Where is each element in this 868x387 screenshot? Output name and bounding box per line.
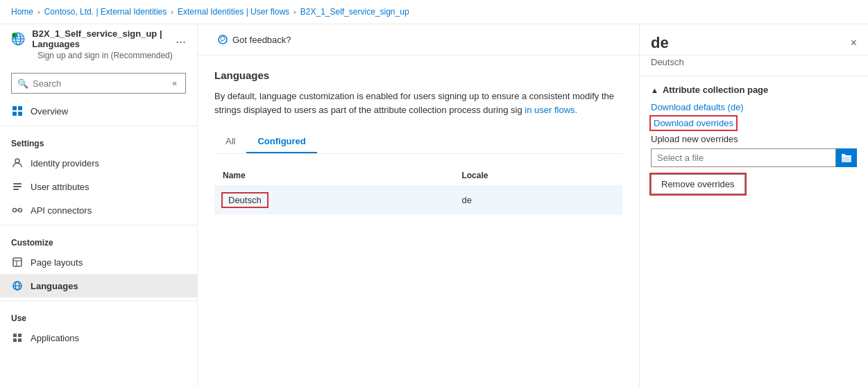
collapse-button[interactable]: « [169, 77, 180, 89]
panel-section-header[interactable]: ▲ Attribute collection page [651, 85, 857, 95]
table-header-row: Name Locale [214, 165, 622, 187]
search-box: 🔍 « [11, 73, 186, 94]
svg-text:🌐: 🌐 [14, 33, 19, 38]
panel-section: ▲ Attribute collection page Download def… [640, 76, 868, 203]
sidebar-item-languages-label: Languages [31, 281, 78, 291]
use-divider [0, 300, 197, 301]
table-row[interactable]: Deutsch de [214, 187, 622, 214]
download-overrides-link[interactable]: Download overrides [651, 117, 736, 130]
user-attributes-icon [11, 180, 24, 193]
panel-lang-name: Deutsch [640, 55, 868, 76]
content-toolbar: Got feedback? [198, 24, 639, 55]
tab-configured[interactable]: Configured [246, 130, 316, 153]
settings-section-label: Settings [0, 129, 197, 151]
feedback-button[interactable]: Got feedback? [212, 31, 297, 48]
sidebar-item-applications-label: Applications [31, 333, 79, 343]
breadcrumb-b2x[interactable]: B2X_1_Self_service_sign_up [300, 7, 409, 17]
section-title: Languages [214, 69, 622, 81]
use-section-label: Use [0, 304, 197, 326]
applications-icon [11, 332, 24, 344]
section-description: By default, language customization is en… [214, 89, 617, 117]
folder-icon [841, 153, 852, 164]
tabs: All Configured [214, 130, 622, 154]
remove-overrides-button[interactable]: Remove overrides [651, 174, 745, 194]
column-locale: Locale [453, 165, 622, 187]
svg-rect-27 [13, 338, 17, 342]
settings-divider [0, 126, 197, 126]
sidebar-item-api-connectors[interactable]: API connectors [0, 198, 197, 222]
languages-table: Name Locale Deutsch de [214, 165, 622, 214]
feedback-label: Got feedback? [232, 35, 291, 45]
search-input[interactable] [33, 78, 165, 89]
page-layouts-icon [11, 256, 24, 268]
breadcrumb-home[interactable]: Home [11, 7, 33, 17]
api-connectors-icon [11, 204, 24, 216]
svg-rect-26 [18, 334, 22, 337]
panel-header: de × [640, 24, 868, 55]
sidebar: 🌐 B2X_1_Self_service_sign_up | Languages… [0, 24, 198, 387]
sidebar-item-user-attributes-label: User attributes [31, 182, 90, 192]
page-title: B2X_1_Self_service_sign_up | Languages [32, 28, 163, 49]
search-icon: 🔍 [17, 78, 28, 89]
in-user-flows-link[interactable]: in user flows. [525, 105, 577, 115]
sidebar-item-user-attributes[interactable]: User attributes [0, 175, 197, 198]
page-title-area: 🌐 B2X_1_Self_service_sign_up | Languages… [0, 24, 197, 51]
svg-rect-19 [13, 258, 22, 266]
file-input[interactable] [651, 148, 836, 167]
download-defaults-link[interactable]: Download defaults (de) [651, 102, 857, 112]
panel-close-button[interactable]: × [851, 37, 857, 49]
sidebar-item-languages[interactable]: Languages [0, 274, 197, 298]
sidebar-item-overview-label: Overview [31, 106, 68, 117]
sidebar-item-identity-providers[interactable]: Identity providers [0, 151, 197, 175]
svg-point-17 [19, 209, 22, 212]
main-layout: 🌐 B2X_1_Self_service_sign_up | Languages… [0, 24, 868, 387]
sidebar-item-page-layouts[interactable]: Page layouts [0, 250, 197, 274]
column-name: Name [214, 165, 453, 187]
svg-rect-11 [18, 112, 22, 116]
overview-icon [11, 105, 24, 117]
sidebar-item-applications[interactable]: Applications [0, 326, 197, 350]
upload-label: Upload new overrides [651, 134, 857, 144]
svg-rect-8 [12, 106, 17, 110]
globe-icon: 🌐 [11, 29, 25, 49]
sidebar-item-page-layouts-label: Page layouts [31, 257, 83, 268]
file-browse-button[interactable] [836, 148, 857, 167]
row-name: Deutsch [214, 187, 453, 214]
svg-rect-9 [18, 106, 22, 110]
svg-point-16 [13, 209, 17, 212]
breadcrumb-userflows[interactable]: External Identities | User flows [178, 7, 289, 17]
breadcrumb-contoso[interactable]: Contoso, Ltd. | External Identities [44, 7, 167, 17]
svg-rect-13 [13, 183, 22, 184]
content-body: Languages By default, language customiza… [198, 55, 639, 387]
content-area: Got feedback? Languages By default, lang… [198, 24, 639, 387]
tab-all[interactable]: All [214, 130, 246, 153]
svg-point-12 [15, 159, 19, 163]
identity-providers-icon [11, 157, 24, 169]
right-panel: de × Deutsch ▲ Attribute collection page… [639, 24, 868, 387]
languages-icon [11, 280, 24, 292]
panel-lang-code: de [651, 34, 669, 52]
chevron-up-icon: ▲ [651, 86, 658, 94]
sidebar-item-api-connectors-label: API connectors [31, 205, 92, 216]
customize-section-label: Customize [0, 228, 197, 250]
svg-rect-14 [13, 186, 22, 187]
deutsch-cell: Deutsch [223, 194, 267, 207]
file-input-row [651, 148, 857, 167]
svg-rect-15 [13, 189, 19, 190]
panel-section-title: Attribute collection page [663, 85, 768, 95]
feedback-icon [217, 34, 228, 45]
svg-rect-28 [18, 338, 22, 342]
svg-rect-25 [13, 334, 17, 337]
page-subtitle: Sign up and sign in (Recommended) [0, 51, 197, 67]
customize-divider [0, 225, 197, 225]
breadcrumb: Home › Contoso, Ltd. | External Identiti… [0, 0, 868, 24]
sidebar-item-overview[interactable]: Overview [0, 99, 197, 123]
sidebar-item-identity-providers-label: Identity providers [31, 158, 99, 169]
more-options-button[interactable]: ... [176, 32, 186, 46]
svg-rect-10 [12, 112, 17, 116]
row-locale: de [453, 187, 622, 214]
